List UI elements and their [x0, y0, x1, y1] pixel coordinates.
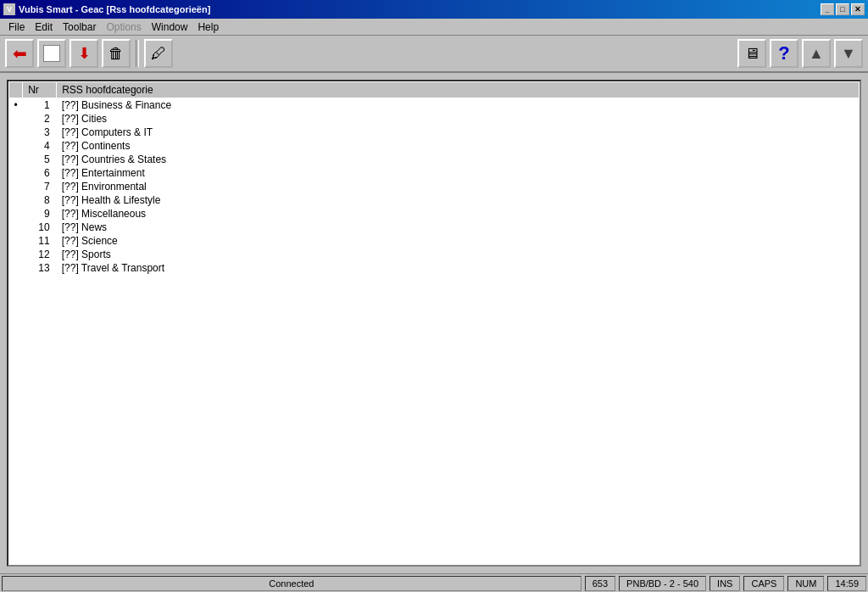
row-categorie: [??] Sports — [57, 248, 860, 261]
row-bullet — [9, 112, 23, 126]
row-nr: 6 — [23, 166, 57, 180]
help-icon: ? — [778, 42, 789, 64]
row-nr: 10 — [23, 221, 57, 234]
menu-window[interactable]: Window — [147, 20, 193, 35]
table-row[interactable]: 6[??] Entertainment — [9, 166, 860, 180]
title-bar: V Vubis Smart - Geac [Rss hoofdcategorie… — [0, 0, 868, 19]
status-bar: Connected 653 PNB/BD - 2 - 540 INS CAPS … — [0, 573, 868, 592]
row-nr: 5 — [23, 153, 57, 166]
table-row[interactable]: 11[??] Science — [9, 234, 860, 248]
row-nr: 7 — [23, 180, 57, 193]
row-bullet — [9, 193, 23, 207]
restore-button[interactable]: □ — [836, 3, 849, 15]
close-button[interactable]: ✕ — [851, 3, 865, 15]
row-bullet — [9, 207, 23, 221]
main-content: Nr RSS hoofdcategorie •1[??] Business & … — [0, 73, 868, 573]
row-bullet — [9, 139, 23, 153]
status-info1: 653 — [585, 576, 615, 591]
row-nr: 12 — [23, 248, 57, 261]
row-bullet: • — [9, 98, 23, 113]
toolbar: ⬅ ⬇ 🗑 🖊 🖥 ? ▲ ▼ — [0, 36, 868, 73]
row-categorie: [??] Miscellaneous — [57, 207, 860, 221]
back-icon: ⬅ — [13, 43, 27, 64]
toolbar-separator — [136, 40, 139, 67]
table-row[interactable]: 13[??] Travel & Transport — [9, 261, 860, 275]
download-icon: ⬇ — [78, 44, 91, 63]
col-categorie: RSS hoofdcategorie — [57, 82, 860, 98]
row-categorie: [??] Travel & Transport — [57, 261, 860, 275]
row-categorie: [??] Computers & IT — [57, 126, 860, 139]
row-categorie: [??] News — [57, 221, 860, 234]
row-nr: 3 — [23, 126, 57, 139]
row-categorie: [??] Countries & States — [57, 153, 860, 166]
scroll-down-button[interactable]: ▼ — [834, 39, 863, 68]
menu-bar: File Edit Toolbar Options Window Help — [0, 19, 868, 36]
row-nr: 2 — [23, 112, 57, 126]
delete-button[interactable]: 🗑 — [102, 39, 131, 68]
table-row[interactable]: 4[??] Continents — [9, 139, 860, 153]
col-nr: Nr — [23, 82, 57, 98]
row-categorie: [??] Health & Lifestyle — [57, 193, 860, 207]
title-bar-buttons: _ □ ✕ — [821, 3, 865, 15]
row-bullet — [9, 221, 23, 234]
status-connected: Connected — [2, 576, 581, 591]
back-button[interactable]: ⬅ — [5, 39, 34, 68]
row-categorie: [??] Continents — [57, 139, 860, 153]
table-row[interactable]: 8[??] Health & Lifestyle — [9, 193, 860, 207]
down-arrow-icon: ▼ — [841, 45, 856, 63]
new-button[interactable] — [37, 39, 66, 68]
row-nr: 8 — [23, 193, 57, 207]
table-row[interactable]: 2[??] Cities — [9, 112, 860, 126]
data-table[interactable]: Nr RSS hoofdcategorie •1[??] Business & … — [7, 80, 861, 567]
menu-toolbar[interactable]: Toolbar — [58, 20, 101, 35]
screen-icon: 🖥 — [744, 45, 760, 63]
menu-edit[interactable]: Edit — [30, 20, 58, 35]
row-categorie: [??] Environmental — [57, 180, 860, 193]
table-row[interactable]: 3[??] Computers & IT — [9, 126, 860, 139]
status-caps: CAPS — [743, 576, 784, 591]
row-nr: 11 — [23, 234, 57, 248]
new-icon — [43, 45, 60, 62]
row-bullet — [9, 248, 23, 261]
row-categorie: [??] Cities — [57, 112, 860, 126]
table-row[interactable]: 7[??] Environmental — [9, 180, 860, 193]
minimize-button[interactable]: _ — [821, 3, 834, 15]
up-arrow-icon: ▲ — [809, 45, 824, 63]
help-button[interactable]: ? — [770, 39, 798, 68]
row-nr: 1 — [23, 98, 57, 113]
row-bullet — [9, 234, 23, 248]
menu-file[interactable]: File — [3, 20, 30, 35]
row-bullet — [9, 126, 23, 139]
table-row[interactable]: 10[??] News — [9, 221, 860, 234]
row-bullet — [9, 166, 23, 180]
download-button[interactable]: ⬇ — [70, 39, 98, 68]
edit-button[interactable]: 🖊 — [144, 39, 173, 68]
table-row[interactable]: •1[??] Business & Finance — [9, 98, 860, 113]
edit-icon: 🖊 — [151, 45, 166, 63]
menu-help[interactable]: Help — [192, 20, 224, 35]
scroll-up-button[interactable]: ▲ — [802, 39, 831, 68]
row-bullet — [9, 261, 23, 275]
status-num: NUM — [787, 576, 824, 591]
row-categorie: [??] Science — [57, 234, 860, 248]
table-row[interactable]: 12[??] Sports — [9, 248, 860, 261]
row-bullet — [9, 180, 23, 193]
status-time: 14:59 — [827, 576, 866, 591]
status-ins: INS — [709, 576, 740, 591]
row-nr: 13 — [23, 261, 57, 275]
trash-icon: 🗑 — [108, 45, 124, 63]
row-bullet — [9, 153, 23, 166]
app-icon: V — [3, 3, 15, 15]
table-row[interactable]: 9[??] Miscellaneous — [9, 207, 860, 221]
row-categorie: [??] Entertainment — [57, 166, 860, 180]
window-title: Vubis Smart - Geac [Rss hoofdcategorieën… — [19, 4, 210, 14]
screen-button[interactable]: 🖥 — [737, 39, 766, 68]
row-nr: 4 — [23, 139, 57, 153]
row-categorie: [??] Business & Finance — [57, 98, 860, 113]
col-bullet — [9, 82, 23, 98]
status-info2: PNB/BD - 2 - 540 — [619, 576, 706, 591]
table-row[interactable]: 5[??] Countries & States — [9, 153, 860, 166]
menu-options[interactable]: Options — [101, 20, 146, 35]
row-nr: 9 — [23, 207, 57, 221]
